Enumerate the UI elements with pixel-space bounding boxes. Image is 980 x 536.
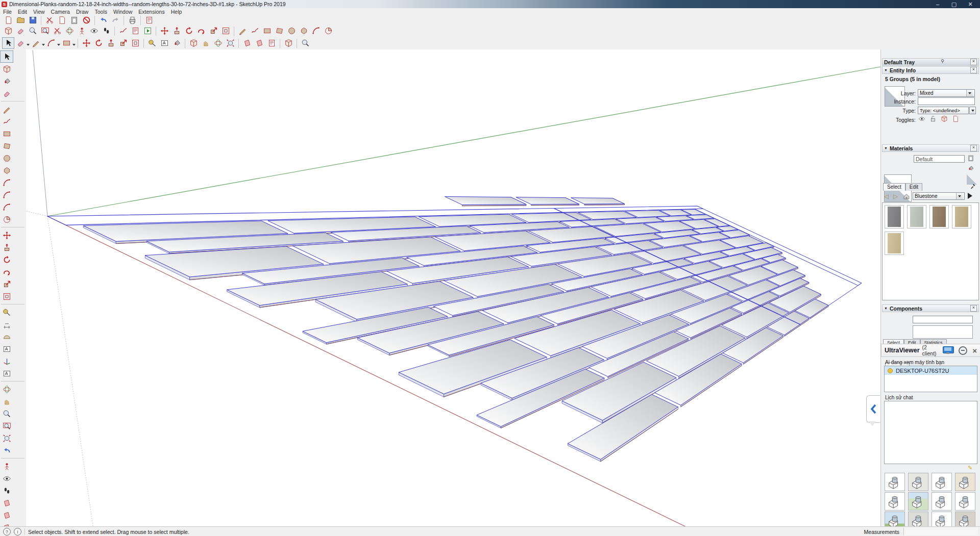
eraser-icon[interactable] xyxy=(0,87,13,99)
rotate-icon[interactable] xyxy=(183,25,195,37)
push-pull-icon[interactable] xyxy=(0,241,13,253)
arc-icon[interactable] xyxy=(0,176,13,189)
type-dropdown[interactable]: Type: <undefined> xyxy=(918,107,969,114)
paint-bucket-icon[interactable] xyxy=(0,75,13,87)
close-icon[interactable]: × xyxy=(972,346,977,355)
circle-icon[interactable] xyxy=(285,25,298,37)
cut-plane-icon[interactable] xyxy=(51,25,63,37)
materials-header[interactable]: ▼ Materials × xyxy=(882,144,979,152)
measurements-input[interactable] xyxy=(903,528,978,535)
style-thumbnail[interactable] xyxy=(932,473,952,491)
redo-icon[interactable] xyxy=(109,14,121,26)
text-icon[interactable] xyxy=(158,37,170,49)
rotate-icon[interactable] xyxy=(92,37,105,49)
axes-icon[interactable] xyxy=(0,355,13,367)
scale-icon[interactable] xyxy=(207,25,219,37)
look-around-icon[interactable] xyxy=(88,25,100,37)
back-edges-icon[interactable] xyxy=(117,25,129,37)
instance-field[interactable] xyxy=(918,97,975,105)
zoom-extents-icon[interactable] xyxy=(224,37,236,49)
print-icon[interactable] xyxy=(126,14,138,26)
minimize-icon[interactable] xyxy=(959,346,967,355)
cast-shadows-icon[interactable] xyxy=(951,115,960,123)
chevron-down-icon[interactable] xyxy=(966,90,973,96)
position-camera-icon[interactable] xyxy=(76,25,88,37)
help-icon[interactable] xyxy=(299,37,311,49)
styles-icon[interactable] xyxy=(129,25,141,37)
style-thumbnail[interactable] xyxy=(955,473,975,491)
make-component-icon[interactable] xyxy=(0,63,13,75)
style-thumbnail[interactable] xyxy=(955,492,975,511)
entity-info-close-icon[interactable]: × xyxy=(970,67,977,73)
tray-close-icon[interactable]: × xyxy=(970,59,977,65)
section-fill-icon[interactable] xyxy=(0,509,13,521)
erase-icon[interactable] xyxy=(80,14,92,26)
component-name-field[interactable] xyxy=(913,316,973,323)
look-around-icon[interactable] xyxy=(0,472,13,484)
model-info-icon[interactable] xyxy=(143,14,155,26)
section-plane-icon[interactable] xyxy=(0,497,13,509)
model-viewport[interactable] xyxy=(26,49,880,526)
zoom-icon[interactable] xyxy=(0,407,13,420)
receive-shadows-icon[interactable] xyxy=(940,115,948,123)
minimize-button[interactable]: – xyxy=(933,1,942,8)
two-point-arc-icon[interactable] xyxy=(0,189,13,201)
dimension-icon[interactable] xyxy=(0,318,13,330)
cut-icon[interactable] xyxy=(43,14,56,26)
material-name-field[interactable]: Default xyxy=(914,155,965,163)
text-icon[interactable] xyxy=(0,343,13,355)
components-close-icon[interactable]: × xyxy=(970,305,977,312)
orbit-icon[interactable] xyxy=(212,37,224,49)
previous-icon[interactable] xyxy=(0,444,13,456)
save-icon[interactable] xyxy=(27,14,39,26)
swatch-bluestone-brown[interactable] xyxy=(929,205,949,228)
tape-measure-icon[interactable] xyxy=(0,306,13,318)
style-thumbnail[interactable] xyxy=(932,492,952,511)
tab-select[interactable]: Select xyxy=(883,183,905,191)
create-material-icon[interactable] xyxy=(967,164,975,172)
follow-me-icon[interactable] xyxy=(0,266,13,278)
layer-dropdown[interactable]: Mixed xyxy=(918,89,975,97)
eraser-icon[interactable] xyxy=(14,37,27,49)
menu-item-help[interactable]: Help xyxy=(168,9,185,15)
make-component-icon[interactable] xyxy=(2,25,14,37)
chevron-down-icon[interactable] xyxy=(956,193,963,199)
paste-icon[interactable] xyxy=(68,14,80,26)
maximize-button[interactable]: ▢ xyxy=(949,1,959,8)
pan-icon[interactable] xyxy=(0,395,13,407)
pin-icon[interactable]: ⚲ xyxy=(940,59,945,65)
3d-text-icon[interactable] xyxy=(0,367,13,379)
orbit-icon[interactable] xyxy=(0,383,13,395)
line-icon[interactable] xyxy=(236,25,249,37)
scale-icon[interactable] xyxy=(0,278,13,290)
push-pull-icon[interactable] xyxy=(170,25,183,37)
details-arrow-icon[interactable] xyxy=(968,193,975,199)
rotated-rectangle-icon[interactable] xyxy=(0,140,13,152)
zoom-icon[interactable] xyxy=(27,25,39,37)
arc-icon[interactable] xyxy=(45,37,57,49)
display-secondary-pane-icon[interactable] xyxy=(967,154,975,162)
tab-edit[interactable]: Edit xyxy=(904,339,920,344)
scenes-icon[interactable] xyxy=(265,37,278,49)
entity-info-header[interactable]: ▼ Entity Info × xyxy=(882,66,979,74)
undo-icon[interactable] xyxy=(97,14,109,26)
paint-bucket-icon[interactable] xyxy=(170,37,183,49)
collection-dropdown[interactable]: Bluestone xyxy=(913,192,965,200)
polygon-icon[interactable] xyxy=(0,164,13,176)
freehand-icon[interactable] xyxy=(0,115,13,127)
warehouse-icon[interactable] xyxy=(282,37,295,49)
offset-icon[interactable] xyxy=(129,37,141,49)
section-plane-icon[interactable] xyxy=(241,37,253,49)
position-camera-icon[interactable] xyxy=(0,460,13,472)
offset-icon[interactable] xyxy=(0,290,13,302)
zoom-extents-icon[interactable] xyxy=(0,432,13,444)
tab-select[interactable]: Select xyxy=(883,339,904,344)
rectangle-icon[interactable] xyxy=(261,25,273,37)
tape-measure-icon[interactable] xyxy=(146,37,158,49)
style-thumbnail[interactable] xyxy=(908,473,928,491)
style-thumbnail[interactable] xyxy=(885,473,905,491)
line-icon[interactable] xyxy=(30,37,42,49)
move-icon[interactable] xyxy=(0,229,13,241)
tab-statistics[interactable]: Statistics xyxy=(920,339,947,344)
tab-edit[interactable]: Edit xyxy=(905,183,922,191)
